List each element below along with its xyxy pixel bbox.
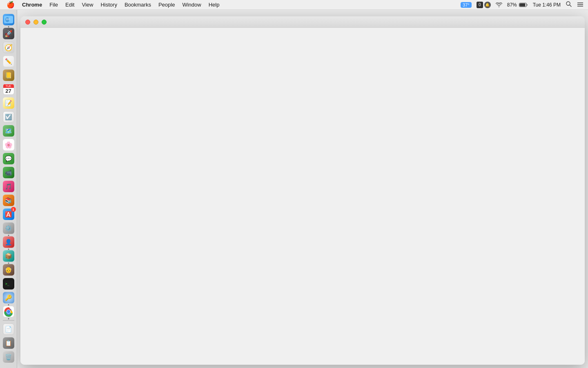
dock-item-facetime[interactable]: 📹 xyxy=(2,166,15,179)
view-menu[interactable]: View xyxy=(78,1,96,9)
dock-item-music[interactable]: 🎵 xyxy=(2,180,15,193)
dock-item-sketch[interactable]: ✏️ xyxy=(2,55,15,68)
menubar-left: 🍎 Chrome File Edit View History Bookmark… xyxy=(3,1,223,9)
dock-item-migration[interactable]: 📦 xyxy=(2,249,15,263)
svg-point-11 xyxy=(7,19,7,20)
dock-item-books[interactable]: 📚 xyxy=(2,194,15,207)
svg-line-3 xyxy=(570,5,571,7)
dock-dot-chrome xyxy=(8,318,9,319)
dock-item-sysprefs[interactable]: ⚙️ xyxy=(2,222,15,235)
dock-item-notes[interactable]: 📝 xyxy=(2,96,15,110)
window-content xyxy=(20,28,585,365)
battery-status: 87% xyxy=(506,2,529,8)
window-menu[interactable]: Window xyxy=(179,1,204,9)
edit-menu[interactable]: Edit xyxy=(62,1,78,9)
notification-dot: 0 xyxy=(477,2,483,8)
wifi-status xyxy=(494,2,503,7)
dock-item-messages[interactable]: 💬 xyxy=(2,152,15,165)
dock-item-chrome[interactable] xyxy=(2,305,15,318)
temperature-status: 37° xyxy=(459,2,473,8)
dock-item-appstore[interactable]: 🅰️ 1 xyxy=(2,208,15,221)
svg-text:>_: >_ xyxy=(5,282,9,286)
chrome-window xyxy=(20,16,585,365)
dock-item-keychain[interactable]: 🔑 xyxy=(2,291,15,304)
notification-bell: 🔔 xyxy=(484,2,491,8)
appstore-badge: 1 xyxy=(11,207,16,212)
svg-point-12 xyxy=(9,19,9,20)
dock-item-notefile[interactable]: 📒 xyxy=(2,69,15,82)
people-menu[interactable]: People xyxy=(155,1,178,9)
app-name-menu[interactable]: Chrome xyxy=(19,1,45,9)
file-menu[interactable]: File xyxy=(46,1,61,9)
window-titlebar xyxy=(20,16,585,28)
maximize-button[interactable] xyxy=(42,20,47,25)
dock-item-calendar[interactable]: TUE 27 xyxy=(2,83,15,96)
dock-item-oldface[interactable]: 👴 xyxy=(2,263,15,276)
temp-badge: 37° xyxy=(461,2,472,8)
main-content xyxy=(17,10,588,368)
dock-item-downloads[interactable]: 📋 xyxy=(2,337,15,350)
history-menu[interactable]: History xyxy=(97,1,120,9)
spotlight-search-icon[interactable] xyxy=(564,1,573,8)
help-menu[interactable]: Help xyxy=(205,1,223,9)
close-button[interactable] xyxy=(25,20,30,25)
svg-point-18 xyxy=(7,310,10,313)
dock-item-photos[interactable]: 🌸 xyxy=(2,138,15,151)
control-center-icon[interactable] xyxy=(576,2,585,8)
apple-menu[interactable]: 🍎 xyxy=(3,1,18,9)
dock-item-trash[interactable]: 🗑️ xyxy=(2,350,15,364)
svg-rect-1 xyxy=(519,3,525,6)
clock-status: Tue 1:46 PM xyxy=(532,2,562,8)
dock-item-maps[interactable]: 🗺️ xyxy=(2,124,15,137)
dock-item-terminal[interactable]: >_ xyxy=(2,277,15,290)
dock-item-reminders[interactable]: ☑️ xyxy=(2,110,15,123)
notification-status: 0 🔔 xyxy=(475,2,492,8)
dock-item-contacts[interactable]: 👤 xyxy=(2,236,15,249)
dock-item-safari[interactable]: 🧭 xyxy=(2,41,15,54)
dock-item-finder[interactable] xyxy=(2,13,15,26)
menubar-right: 37° 0 🔔 87% Tue 1:46 PM xyxy=(459,1,585,8)
dock-item-document[interactable]: 📄 xyxy=(2,323,15,336)
dock-item-launchpad[interactable]: 🚀 xyxy=(2,27,15,40)
dock-divider xyxy=(3,320,14,321)
minimize-button[interactable] xyxy=(33,20,38,25)
bookmarks-menu[interactable]: Bookmarks xyxy=(121,1,154,9)
menubar: 🍎 Chrome File Edit View History Bookmark… xyxy=(0,0,588,10)
dock: 🚀 🧭 ✏️ 📒 TUE 27 📝 ☑️ 🗺️ 🌸 💬 📹 xyxy=(0,10,17,368)
battery-percent: 87% xyxy=(507,2,517,8)
